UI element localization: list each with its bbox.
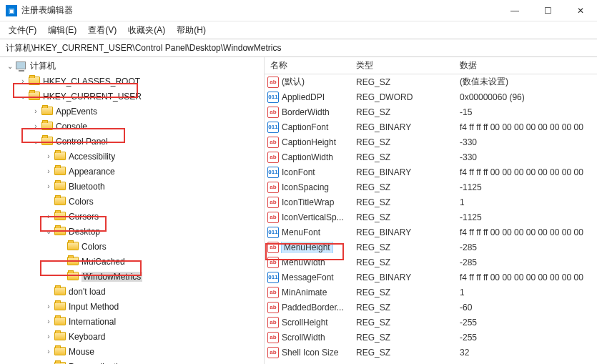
value-row[interactable]: ab(默认)REG_SZ(数值未设置)	[265, 74, 597, 89]
value-row[interactable]: abIconVerticalSp...REG_SZ-1125	[265, 210, 597, 225]
value-data: -15	[454, 107, 597, 117]
tree-item[interactable]: ›Console	[0, 119, 264, 134]
chevron-right-icon[interactable]: ›	[43, 167, 54, 175]
chevron-right-icon[interactable]: ›	[43, 302, 54, 310]
tree-item-label: Colors	[69, 197, 94, 207]
binary-value-icon: 011	[267, 92, 279, 103]
value-data: -255	[454, 333, 597, 343]
chevron-down-icon[interactable]: ⌄	[17, 92, 29, 100]
value-row[interactable]: abIconSpacingREG_SZ-1125	[265, 179, 597, 195]
chevron-right-icon[interactable]: ›	[43, 182, 54, 190]
value-row[interactable]: abBorderWidthREG_SZ-15	[265, 104, 597, 119]
value-row[interactable]: abMenuHeightREG_SZ-285	[265, 240, 597, 255]
value-row[interactable]: abCaptionHeightREG_SZ-330	[265, 134, 597, 149]
tree-item[interactable]: ⌄计算机	[0, 59, 264, 74]
string-value-icon: ab	[267, 242, 279, 253]
menu-help[interactable]: 帮助(H)	[172, 24, 210, 36]
string-value-icon: ab	[267, 257, 279, 268]
tree-item[interactable]: ›Keyboard	[0, 329, 264, 344]
binary-value-icon: 011	[267, 227, 279, 238]
column-data[interactable]: 数据	[454, 59, 597, 72]
value-list[interactable]: ab(默认)REG_SZ(数值未设置)011AppliedDPIREG_DWOR…	[265, 74, 597, 364]
tree-item[interactable]: ›International	[0, 314, 264, 329]
column-type[interactable]: 类型	[350, 59, 454, 72]
value-row[interactable]: 011MenuFontREG_BINARYf4 ff ff ff 00 00 0…	[265, 225, 597, 240]
chevron-right-icon[interactable]: ›	[17, 77, 29, 85]
column-name[interactable]: 名称	[265, 59, 350, 72]
tree-item[interactable]: ›Bluetooth	[0, 179, 264, 194]
tree-item[interactable]: ⌄Control Panel	[0, 134, 264, 149]
value-row[interactable]: 011IconFontREG_BINARYf4 ff ff ff 00 00 0…	[265, 164, 597, 179]
menu-favorites[interactable]: 收藏夹(A)	[124, 24, 169, 36]
tree-item[interactable]: ›Input Method	[0, 299, 264, 314]
chevron-right-icon[interactable]: ›	[30, 107, 41, 115]
close-button[interactable]: ✕	[564, 0, 597, 21]
tree-item[interactable]: ›Personalization	[0, 359, 264, 364]
tree-item[interactable]: don't load	[0, 284, 264, 299]
tree-item[interactable]: Colors	[0, 194, 264, 209]
tree-item[interactable]: ›Accessibility	[0, 149, 264, 164]
tree-item[interactable]: MuiCached	[0, 254, 264, 269]
address-bar[interactable]: 计算机\HKEY_CURRENT_USER\Control Panel\Desk…	[0, 39, 597, 57]
chevron-right-icon[interactable]: ›	[43, 212, 54, 220]
value-type: REG_SZ	[350, 257, 454, 267]
value-row[interactable]: abScrollWidthREG_SZ-255	[265, 330, 597, 345]
value-data: -330	[454, 137, 597, 147]
value-data: 1	[454, 197, 597, 207]
tree-item-label: Input Method	[69, 302, 119, 312]
tree-item-label: AppEvents	[56, 107, 97, 117]
value-row[interactable]: abIconTitleWrapREG_SZ1	[265, 195, 597, 210]
maximize-button[interactable]: ☐	[531, 0, 564, 21]
value-row[interactable]: abShell Icon SizeREG_SZ32	[265, 345, 597, 360]
chevron-down-icon[interactable]: ⌄	[30, 137, 41, 145]
value-type: REG_SZ	[350, 287, 454, 297]
value-row[interactable]: abMenuWidthREG_SZ-285	[265, 255, 597, 270]
value-type: REG_SZ	[350, 318, 454, 328]
string-value-icon: ab	[267, 302, 279, 313]
minimize-button[interactable]: —	[498, 0, 531, 21]
chevron-right-icon[interactable]: ›	[43, 333, 54, 340]
value-data: 1	[454, 287, 597, 297]
value-data: -285	[454, 242, 597, 252]
tree-item[interactable]: ›Appearance	[0, 164, 264, 179]
value-row[interactable]: abCaptionWidthREG_SZ-330	[265, 149, 597, 164]
value-row[interactable]: abScrollHeightREG_SZ-255	[265, 315, 597, 330]
registry-tree[interactable]: ⌄计算机›HKEY_CLASSES_ROOT⌄HKEY_CURRENT_USER…	[0, 57, 265, 364]
tree-item[interactable]: ⌄HKEY_CURRENT_USER	[0, 89, 264, 104]
string-value-icon: ab	[267, 317, 279, 328]
menu-file[interactable]: 文件(F)	[4, 24, 41, 36]
value-row[interactable]: abMinAnimateREG_SZ1	[265, 285, 597, 300]
list-header: 名称 类型 数据	[265, 57, 597, 74]
value-name: CaptionWidth	[282, 152, 333, 162]
folder-icon	[41, 107, 53, 117]
folder-icon	[54, 197, 66, 207]
tree-item-label: Colors	[82, 242, 107, 252]
value-row[interactable]: 011AppliedDPIREG_DWORD0x00000060 (96)	[265, 89, 597, 104]
value-row[interactable]: abPaddedBorder...REG_SZ-60	[265, 300, 597, 315]
chevron-down-icon[interactable]: ⌄	[4, 62, 16, 70]
value-row[interactable]: 011MessageFontREG_BINARYf4 ff ff ff 00 0…	[265, 270, 597, 285]
value-data: f4 ff ff ff 00 00 00 00 00 00 00 00	[454, 167, 597, 177]
chevron-down-icon[interactable]: ⌄	[43, 227, 54, 235]
chevron-right-icon[interactable]: ›	[43, 348, 54, 355]
tree-item-label: 计算机	[30, 60, 56, 72]
tree-item-label: Desktop	[69, 227, 100, 237]
folder-icon	[67, 272, 79, 282]
tree-item[interactable]: ›HKEY_CLASSES_ROOT	[0, 74, 264, 89]
tree-item[interactable]: Colors	[0, 239, 264, 254]
tree-item[interactable]: ›Cursors	[0, 209, 264, 224]
value-row[interactable]: 011CaptionFontREG_BINARYf4 ff ff ff 00 0…	[265, 119, 597, 134]
menu-view[interactable]: 查看(V)	[84, 24, 121, 36]
chevron-right-icon[interactable]: ›	[43, 318, 54, 325]
binary-value-icon: 011	[267, 167, 279, 178]
value-data: -1125	[454, 212, 597, 222]
chevron-right-icon[interactable]: ›	[30, 122, 41, 130]
tree-item[interactable]: ›AppEvents	[0, 104, 264, 119]
tree-item[interactable]: ⌄Desktop	[0, 224, 264, 239]
menu-edit[interactable]: 编辑(E)	[44, 24, 81, 36]
tree-item[interactable]: ›Mouse	[0, 344, 264, 359]
chevron-right-icon[interactable]: ›	[43, 152, 54, 160]
value-name: MenuFont	[282, 227, 320, 237]
folder-icon	[41, 137, 53, 147]
tree-item[interactable]: WindowMetrics	[0, 269, 264, 284]
